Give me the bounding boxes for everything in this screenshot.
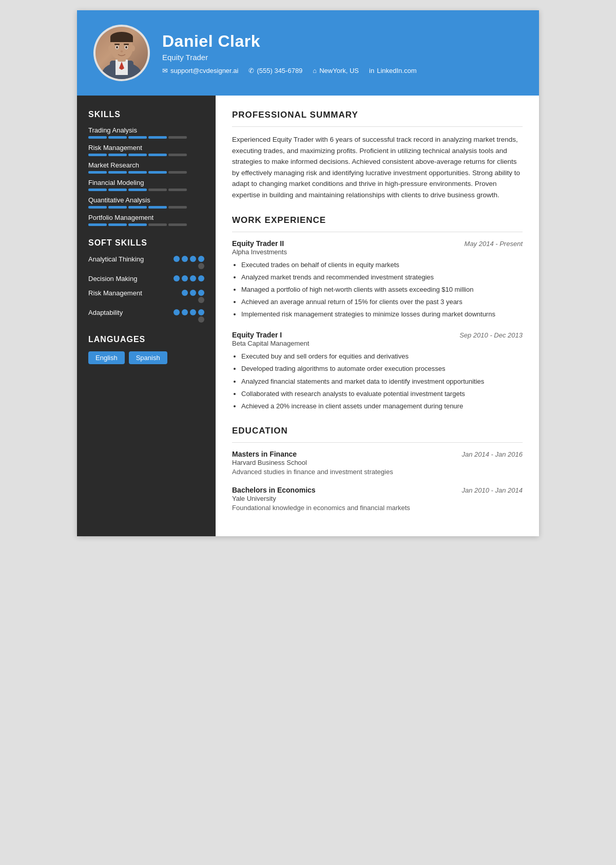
location-icon: ⌂ xyxy=(313,67,317,74)
job-bullet: Analyzed financial statements and market… xyxy=(241,377,523,387)
edu-degree: Bachelors in Economics xyxy=(232,486,316,494)
soft-skill-item: Risk Management xyxy=(88,289,204,303)
soft-skill-item: Adaptability xyxy=(88,308,204,323)
job-title: Equity Trader I xyxy=(232,331,282,339)
work-divider xyxy=(232,232,523,232)
soft-skill-dots xyxy=(174,274,204,281)
svg-rect-7 xyxy=(110,37,133,42)
job-bullet: Achieved an average annual return of 15%… xyxy=(241,297,523,307)
linkedin-icon: in xyxy=(369,67,374,74)
soft-skill-dots xyxy=(182,289,204,303)
svg-rect-12 xyxy=(114,44,120,45)
skill-item: Financial Modeling xyxy=(88,179,204,191)
job-bullet: Executed trades on behalf of clients in … xyxy=(241,260,523,270)
job-company: Alpha Investments xyxy=(232,248,523,256)
education-item: Masters in Finance Jan 2014 - Jan 2016 H… xyxy=(232,450,523,476)
edu-header: Bachelors in Economics Jan 2010 - Jan 20… xyxy=(232,486,523,494)
contact-list: ✉ support@cvdesigner.ai ✆ (555) 345-6789… xyxy=(162,67,416,74)
skill-item: Market Research xyxy=(88,161,204,174)
svg-point-11 xyxy=(125,46,127,49)
main-content: PROFESSIONAL SUMMARY Experienced Equity … xyxy=(216,96,539,536)
candidate-name: Daniel Clark xyxy=(162,32,416,51)
skill-name: Risk Management xyxy=(88,144,204,152)
candidate-title: Equity Trader xyxy=(162,53,416,62)
skill-bar xyxy=(88,223,201,226)
job-bullet: Achieved a 20% increase in client assets… xyxy=(241,401,523,411)
skill-item: Risk Management xyxy=(88,144,204,156)
soft-skill-item: Decision Making xyxy=(88,274,204,284)
language-badge: English xyxy=(88,351,125,364)
phone-value: (555) 345-6789 xyxy=(257,67,302,74)
languages-section-title: LANGUAGES xyxy=(88,335,204,344)
skill-item: Quantitative Analysis xyxy=(88,196,204,209)
edu-date: Jan 2010 - Jan 2014 xyxy=(461,486,523,494)
email-contact: ✉ support@cvdesigner.ai xyxy=(162,67,238,74)
skill-name: Market Research xyxy=(88,161,204,169)
soft-skill-name: Decision Making xyxy=(88,274,174,284)
edu-degree: Masters in Finance xyxy=(232,450,297,458)
soft-skills-list: Analytical ThinkingDecision MakingRisk M… xyxy=(88,255,204,323)
email-icon: ✉ xyxy=(162,67,168,74)
job-header: Equity Trader II May 2014 - Present xyxy=(232,239,523,248)
edu-school: Yale University xyxy=(232,495,523,502)
header-info: Daniel Clark Equity Trader ✉ support@cvd… xyxy=(162,32,416,74)
job-header: Equity Trader I Sep 2010 - Dec 2013 xyxy=(232,331,523,339)
soft-skill-dots xyxy=(174,308,204,323)
language-badge: Spanish xyxy=(129,351,167,364)
job-bullet: Analyzed market trends and recommended i… xyxy=(241,272,523,283)
job-title: Equity Trader II xyxy=(232,239,284,248)
job-bullet: Developed trading algorithms to automate… xyxy=(241,364,523,374)
resume-container: Daniel Clark Equity Trader ✉ support@cvd… xyxy=(77,10,539,536)
job-item: Equity Trader II May 2014 - Present Alph… xyxy=(232,239,523,320)
edu-desc: Foundational knowledge in economics and … xyxy=(232,504,523,512)
edu-desc: Advanced studies in finance and investme… xyxy=(232,468,523,476)
job-item: Equity Trader I Sep 2010 - Dec 2013 Beta… xyxy=(232,331,523,411)
edu-school: Harvard Business School xyxy=(232,459,523,466)
skill-item: Portfolio Management xyxy=(88,214,204,226)
resume-body: SKILLS Trading AnalysisRisk ManagementMa… xyxy=(77,96,539,536)
location-contact: ⌂ NewYork, US xyxy=(313,67,359,74)
skill-bar xyxy=(88,206,201,209)
job-date: May 2014 - Present xyxy=(465,240,523,248)
soft-skill-item: Analytical Thinking xyxy=(88,255,204,269)
resume-header: Daniel Clark Equity Trader ✉ support@cvd… xyxy=(77,10,539,96)
edu-header: Masters in Finance Jan 2014 - Jan 2016 xyxy=(232,450,523,458)
job-bullet: Collaborated with research analysts to e… xyxy=(241,389,523,399)
avatar xyxy=(93,25,150,81)
summary-section-title: PROFESSIONAL SUMMARY xyxy=(232,110,523,120)
education-section-title: EDUCATION xyxy=(232,426,523,436)
skill-bar xyxy=(88,189,201,191)
svg-rect-13 xyxy=(124,44,129,45)
location-value: NewYork, US xyxy=(319,67,359,74)
linkedin-contact: in LinkedIn.com xyxy=(369,67,416,74)
jobs-list: Equity Trader II May 2014 - Present Alph… xyxy=(232,239,523,411)
svg-point-16 xyxy=(131,45,135,51)
work-section-title: WORK EXPERIENCE xyxy=(232,215,523,225)
soft-skill-name: Analytical Thinking xyxy=(88,255,174,264)
skill-bar xyxy=(88,171,201,174)
summary-text: Experienced Equity Trader with 6 years o… xyxy=(232,134,523,201)
education-item: Bachelors in Economics Jan 2010 - Jan 20… xyxy=(232,486,523,512)
skill-bar xyxy=(88,154,201,156)
phone-contact: ✆ (555) 345-6789 xyxy=(248,67,302,74)
sidebar: SKILLS Trading AnalysisRisk ManagementMa… xyxy=(77,96,216,536)
skill-item: Trading Analysis xyxy=(88,126,204,139)
soft-skill-name: Adaptability xyxy=(88,308,174,317)
job-bullet: Implemented risk management strategies t… xyxy=(241,309,523,319)
skills-section-title: SKILLS xyxy=(88,110,204,119)
email-value: support@cvdesigner.ai xyxy=(170,67,238,74)
job-date: Sep 2010 - Dec 2013 xyxy=(459,331,523,339)
edu-date: Jan 2014 - Jan 2016 xyxy=(461,450,523,458)
phone-icon: ✆ xyxy=(248,67,254,74)
soft-skills-section-title: SOFT SKILLS xyxy=(88,238,204,248)
skill-name: Trading Analysis xyxy=(88,126,204,134)
job-bullets: Executed buy and sell orders for equitie… xyxy=(232,351,523,411)
job-bullet: Executed buy and sell orders for equitie… xyxy=(241,351,523,362)
svg-point-15 xyxy=(108,45,112,51)
svg-point-14 xyxy=(121,50,123,52)
linkedin-value: LinkedIn.com xyxy=(377,67,416,74)
skill-name: Financial Modeling xyxy=(88,179,204,186)
skill-name: Quantitative Analysis xyxy=(88,196,204,204)
svg-point-10 xyxy=(116,46,118,49)
skills-list: Trading AnalysisRisk ManagementMarket Re… xyxy=(88,126,204,226)
